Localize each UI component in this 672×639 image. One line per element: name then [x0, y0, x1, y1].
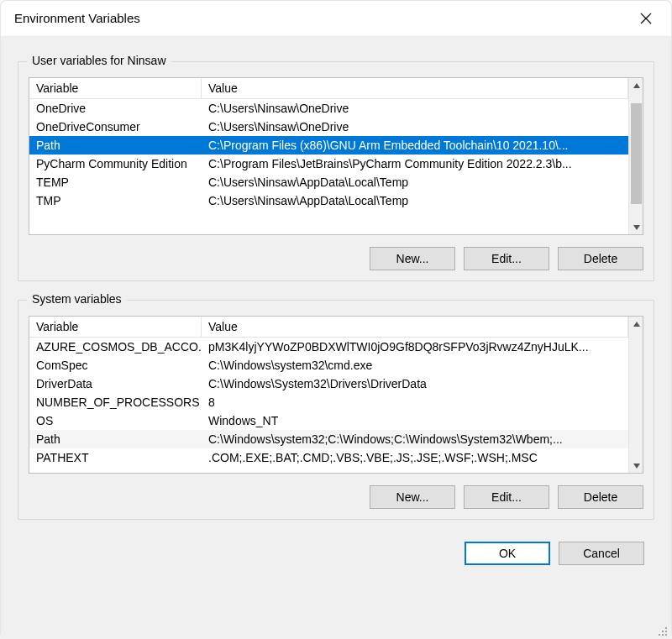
- variable-cell: Path: [29, 139, 202, 152]
- table-row[interactable]: PathC:\Program Files (x86)\GNU Arm Embed…: [29, 136, 628, 155]
- variable-cell: OneDriveConsumer: [29, 120, 202, 134]
- value-cell: C:\Users\Ninsaw\AppData\Local\Temp: [202, 175, 628, 189]
- system-list-header: Variable Value: [29, 317, 628, 338]
- value-cell: Windows_NT: [202, 414, 628, 427]
- user-button-row: New... Edit... Delete: [29, 247, 643, 270]
- scroll-down-icon[interactable]: [629, 220, 643, 234]
- variable-cell: PATHEXT: [29, 451, 202, 464]
- svg-point-3: [659, 634, 660, 636]
- col-header-value[interactable]: Value: [202, 317, 628, 337]
- user-variables-list[interactable]: Variable Value OneDriveC:\Users\Ninsaw\O…: [29, 77, 643, 235]
- titlebar: Environment Variables: [1, 1, 671, 36]
- variable-cell: Path: [29, 432, 202, 446]
- value-cell: C:\Windows\system32\cmd.exe: [202, 359, 628, 372]
- close-icon[interactable]: [633, 5, 659, 32]
- value-cell: C:\Program Files (x86)\GNU Arm Embedded …: [202, 139, 628, 152]
- value-cell: .COM;.EXE;.BAT;.CMD;.VBS;.VBE;.JS;.JSE;.…: [202, 451, 628, 464]
- value-cell: C:\Users\Ninsaw\OneDrive: [202, 120, 628, 134]
- variable-cell: AZURE_COSMOS_DB_ACCO...: [29, 340, 202, 354]
- dialog-content: User variables for Ninsaw Variable Value…: [1, 36, 671, 639]
- user-list-header: Variable Value: [29, 78, 628, 99]
- col-header-variable[interactable]: Variable: [29, 78, 202, 98]
- scroll-up-icon[interactable]: [629, 78, 643, 92]
- variable-cell: NUMBER_OF_PROCESSORS: [29, 395, 202, 409]
- user-edit-button[interactable]: Edit...: [464, 247, 549, 270]
- variable-cell: OS: [29, 414, 202, 427]
- table-row[interactable]: AZURE_COSMOS_DB_ACCO...pM3K4lyjYYWoZP0BD…: [29, 338, 628, 356]
- table-row[interactable]: OneDriveC:\Users\Ninsaw\OneDrive: [29, 99, 628, 118]
- system-variables-list[interactable]: Variable Value AZURE_COSMOS_DB_ACCO...pM…: [29, 316, 643, 474]
- svg-point-1: [662, 631, 664, 632]
- value-cell: C:\Windows\system32;C:\Windows;C:\Window…: [202, 432, 628, 446]
- user-variables-legend: User variables for Ninsaw: [27, 54, 171, 67]
- scroll-thumb[interactable]: [631, 103, 642, 204]
- variable-cell: ComSpec: [29, 359, 202, 372]
- variable-cell: DriverData: [29, 377, 202, 390]
- col-header-variable[interactable]: Variable: [29, 317, 202, 337]
- variable-cell: PyCharm Community Edition: [29, 157, 202, 170]
- system-variables-group: System variables Variable Value AZURE_CO…: [18, 300, 654, 520]
- value-cell: C:\Users\Ninsaw\AppData\Local\Temp: [202, 194, 628, 207]
- table-row[interactable]: DriverDataC:\Windows\System32\Drivers\Dr…: [29, 374, 628, 393]
- value-cell: C:\Windows\System32\Drivers\DriverData: [202, 377, 628, 390]
- value-cell: pM3K4lyjYYWoZP0BDXWlTWI0jO9Gf8DQ8rSFPVo3…: [202, 340, 628, 354]
- table-row[interactable]: OneDriveConsumerC:\Users\Ninsaw\OneDrive: [29, 118, 628, 136]
- window-title: Environment Variables: [14, 11, 140, 25]
- variable-cell: TMP: [29, 194, 202, 207]
- ok-button[interactable]: OK: [465, 542, 550, 565]
- svg-point-2: [665, 631, 667, 632]
- variable-cell: OneDrive: [29, 102, 202, 115]
- value-cell: C:\Program Files\JetBrains\PyCharm Commu…: [202, 157, 628, 170]
- col-header-value[interactable]: Value: [202, 78, 628, 98]
- table-row[interactable]: OSWindows_NT: [29, 411, 628, 430]
- cancel-button[interactable]: Cancel: [559, 542, 644, 565]
- system-list-scrollbar[interactable]: [628, 317, 643, 473]
- dialog-footer: OK Cancel: [18, 542, 654, 565]
- user-new-button[interactable]: New...: [370, 247, 455, 270]
- table-row[interactable]: TMPC:\Users\Ninsaw\AppData\Local\Temp: [29, 191, 628, 210]
- user-variables-group: User variables for Ninsaw Variable Value…: [18, 61, 654, 281]
- variable-cell: TEMP: [29, 175, 202, 189]
- user-list-scrollbar[interactable]: [628, 78, 643, 234]
- system-button-row: New... Edit... Delete: [29, 485, 643, 509]
- table-row[interactable]: PATHEXT.COM;.EXE;.BAT;.CMD;.VBS;.VBE;.JS…: [29, 448, 628, 467]
- scroll-down-icon[interactable]: [629, 458, 643, 473]
- svg-point-4: [662, 634, 664, 636]
- system-variables-legend: System variables: [27, 292, 127, 306]
- table-row[interactable]: TEMPC:\Users\Ninsaw\AppData\Local\Temp: [29, 173, 628, 191]
- system-edit-button[interactable]: Edit...: [464, 485, 549, 509]
- svg-point-5: [665, 634, 667, 636]
- svg-point-0: [665, 627, 667, 629]
- scroll-up-icon[interactable]: [629, 317, 643, 331]
- table-row[interactable]: ComSpecC:\Windows\system32\cmd.exe: [29, 356, 628, 374]
- table-row[interactable]: NUMBER_OF_PROCESSORS8: [29, 393, 628, 411]
- user-delete-button[interactable]: Delete: [558, 247, 643, 270]
- table-row[interactable]: PathC:\Windows\system32;C:\Windows;C:\Wi…: [29, 430, 628, 448]
- system-new-button[interactable]: New...: [370, 485, 455, 509]
- value-cell: C:\Users\Ninsaw\OneDrive: [202, 102, 628, 115]
- environment-variables-dialog: Environment Variables User variables for…: [0, 0, 672, 639]
- table-row[interactable]: PyCharm Community EditionC:\Program File…: [29, 155, 628, 173]
- system-delete-button[interactable]: Delete: [558, 485, 643, 509]
- value-cell: 8: [202, 395, 628, 409]
- resize-grip-icon[interactable]: [656, 625, 668, 636]
